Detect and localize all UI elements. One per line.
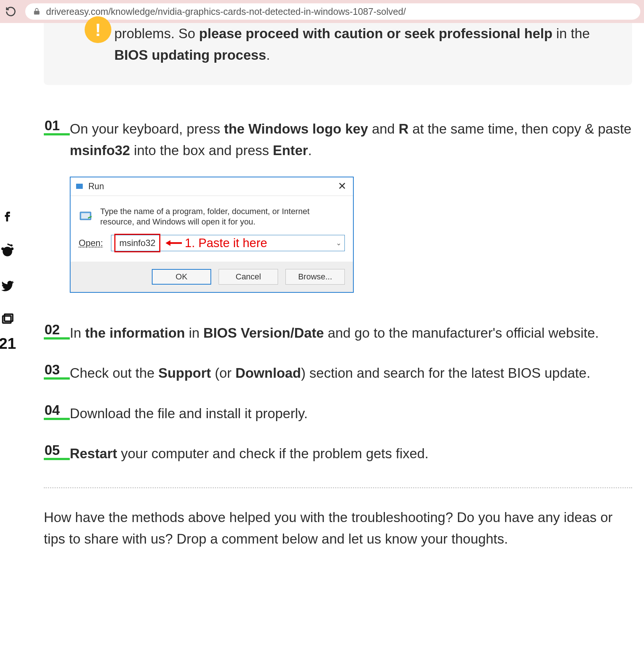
page-url: drivereasy.com/knowledge/nvidia-graphics… — [46, 6, 406, 17]
step-01: 01On your keyboard, press the Windows lo… — [44, 118, 632, 293]
svg-point-1 — [11, 247, 13, 250]
ok-button[interactable]: OK — [152, 269, 211, 285]
step-body: Restart your computer and check if the p… — [70, 443, 632, 465]
step-number: 03 — [44, 363, 70, 380]
lock-icon — [33, 7, 41, 16]
warning-callout: ! problems. So please proceed with cauti… — [44, 23, 632, 85]
step-number: 02 — [44, 322, 70, 340]
closing-paragraph: How have the methods above helped you wi… — [44, 507, 632, 550]
step-body: Check out the Support (or Download) sect… — [70, 363, 632, 384]
run-description: Type the name of a program, folder, docu… — [100, 206, 345, 227]
open-label: Open: — [79, 236, 103, 250]
open-input[interactable]: msinfo32 1. Paste it here ⌄ — [111, 235, 345, 251]
section-divider — [44, 487, 632, 488]
social-share-rail: 21 — [0, 208, 15, 352]
reddit-icon[interactable] — [0, 243, 16, 263]
run-folder-icon — [79, 206, 94, 225]
warning-text: problems. So please proceed with caution… — [114, 23, 614, 66]
address-url-field[interactable]: drivereasy.com/knowledge/nvidia-graphics… — [25, 3, 640, 20]
step-04: 04Download the file and install it prope… — [44, 403, 632, 424]
browse-button[interactable]: Browse... — [285, 269, 345, 285]
step-number: 05 — [44, 443, 70, 460]
step-body: On your keyboard, press the Windows logo… — [70, 118, 632, 293]
reload-icon[interactable] — [4, 4, 18, 19]
step-number: 04 — [44, 403, 70, 420]
svg-rect-6 — [76, 184, 83, 188]
paste-annotation: 1. Paste it here — [165, 233, 267, 253]
cancel-button[interactable]: Cancel — [219, 269, 278, 285]
warning-icon: ! — [85, 16, 111, 43]
step-body: In the information in BIOS Version/Date … — [70, 322, 632, 344]
share-count: 21 — [0, 335, 16, 352]
step-03: 03Check out the Support (or Download) se… — [44, 363, 632, 384]
copy-link-icon[interactable] — [0, 312, 14, 330]
step-02: 02In the information in BIOS Version/Dat… — [44, 322, 632, 344]
facebook-icon[interactable] — [0, 208, 15, 227]
step-05: 05Restart your computer and check if the… — [44, 443, 632, 465]
run-dialog: Run ✕ Type the name of a program, folder… — [70, 177, 354, 293]
open-input-value: msinfo32 — [114, 234, 160, 252]
run-dialog-titlebar: Run ✕ — [71, 177, 353, 196]
svg-rect-7 — [76, 188, 83, 189]
close-icon[interactable]: ✕ — [336, 178, 349, 194]
twitter-icon[interactable] — [0, 278, 15, 297]
step-number: 01 — [44, 118, 70, 135]
step-body: Download the file and install it properl… — [70, 403, 632, 424]
svg-marker-11 — [166, 240, 170, 246]
svg-point-0 — [3, 247, 12, 256]
run-title-text: Run — [88, 180, 104, 193]
chevron-down-icon[interactable]: ⌄ — [336, 238, 341, 248]
run-app-icon — [75, 182, 84, 191]
svg-point-2 — [1, 247, 4, 250]
